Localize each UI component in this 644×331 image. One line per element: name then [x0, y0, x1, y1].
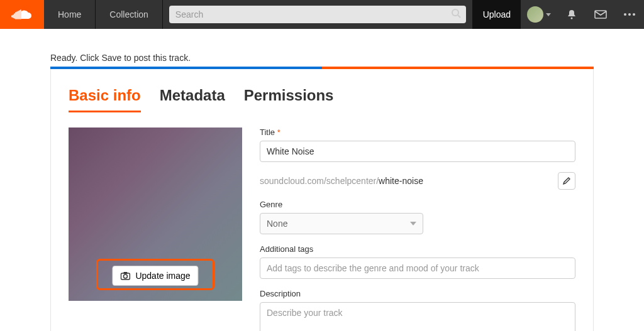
mail-icon: [594, 10, 607, 19]
tab-metadata[interactable]: Metadata: [160, 82, 225, 112]
tab-bar: Basic info Metadata Permissions: [69, 82, 575, 112]
tab-basic-info[interactable]: Basic info: [69, 82, 141, 112]
title-input[interactable]: [260, 141, 575, 162]
title-label: Title *: [260, 128, 575, 137]
status-text: Ready. Click Save to post this track.: [0, 29, 644, 67]
svg-point-4: [624, 13, 626, 16]
permalink-display: soundcloud.com/schelpcenter/white-noise: [260, 176, 423, 186]
tags-label: Additional tags: [260, 244, 575, 254]
tags-input[interactable]: [260, 258, 575, 279]
notifications-button[interactable]: [557, 0, 586, 29]
search-icon: [451, 8, 461, 21]
edit-permalink-button[interactable]: [558, 172, 575, 190]
chevron-down-icon: [546, 13, 551, 16]
messages-button[interactable]: [586, 0, 615, 29]
more-icon: [623, 13, 636, 16]
camera-icon: [120, 271, 130, 280]
svg-rect-3: [595, 11, 606, 18]
more-menu[interactable]: [615, 0, 644, 29]
chevron-down-icon: [410, 222, 416, 225]
genre-value: None: [267, 219, 287, 229]
edit-panel: Basic info Metadata Permissions Update i…: [50, 69, 594, 331]
track-artwork: Update image: [69, 128, 242, 301]
svg-point-2: [571, 18, 573, 19]
tab-permissions[interactable]: Permissions: [244, 82, 334, 112]
track-form: Title * soundcloud.com/schelpcenter/whit…: [260, 128, 575, 331]
soundcloud-logo[interactable]: [0, 0, 44, 29]
search-wrap: [163, 0, 473, 29]
genre-select[interactable]: None: [260, 213, 423, 234]
bell-icon: [566, 9, 577, 20]
svg-point-8: [123, 274, 127, 278]
pencil-icon: [562, 176, 571, 185]
svg-point-6: [633, 13, 635, 16]
svg-point-5: [628, 13, 631, 16]
nav-collection[interactable]: Collection: [96, 0, 162, 29]
avatar: [527, 6, 543, 23]
svg-line-1: [458, 15, 460, 18]
update-image-label: Update image: [135, 271, 190, 281]
upload-progress: [50, 67, 594, 69]
nav-home[interactable]: Home: [44, 0, 96, 29]
user-menu[interactable]: [521, 0, 557, 29]
nav-upload[interactable]: Upload: [473, 0, 521, 29]
description-textarea[interactable]: [260, 302, 575, 331]
svg-rect-9: [123, 272, 127, 274]
genre-label: Genre: [260, 200, 575, 209]
search-input[interactable]: [169, 6, 466, 23]
top-nav: Home Collection Upload: [0, 0, 644, 29]
update-image-button[interactable]: Update image: [112, 266, 198, 286]
svg-point-0: [452, 9, 458, 16]
description-label: Description: [260, 289, 575, 298]
